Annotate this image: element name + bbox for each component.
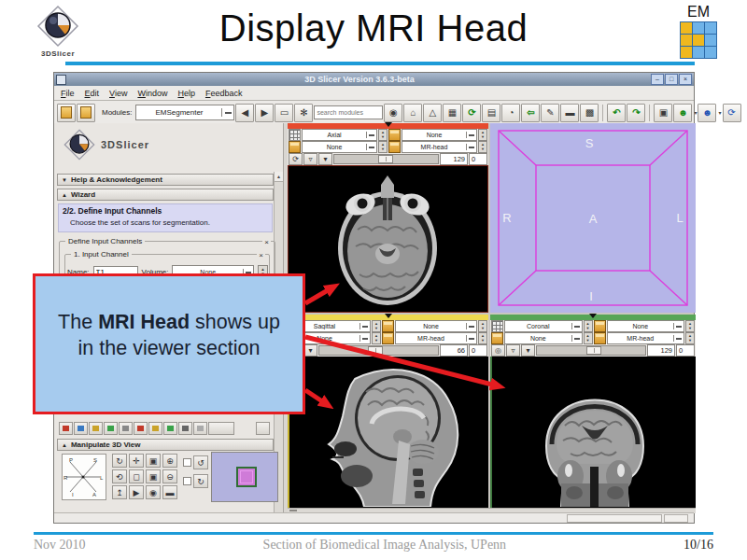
close-button[interactable]: × xyxy=(679,74,692,85)
sagittal-slice-value[interactable]: 66 xyxy=(440,344,468,357)
slice-toolbar-button[interactable] xyxy=(148,422,162,435)
sagittal-slice-slider[interactable] xyxy=(318,345,439,356)
menu-feedback[interactable]: Feedback xyxy=(205,89,243,98)
axial-label-combobox[interactable]: None xyxy=(402,129,477,141)
rotate-view-button[interactable]: ↻ xyxy=(112,454,127,468)
snapshot-view-button[interactable]: ▣ xyxy=(146,469,161,483)
slice-toolbar-button[interactable] xyxy=(74,422,88,435)
menu-help[interactable]: Help xyxy=(177,89,195,98)
background-layer-icon[interactable] xyxy=(388,141,401,153)
spinner-control[interactable]: ▲▼ xyxy=(372,332,381,344)
3d-viewer[interactable]: S R A L I xyxy=(490,123,696,313)
sagittal-mri-image[interactable] xyxy=(288,357,488,509)
fiducial-button[interactable]: ☻ xyxy=(673,104,692,122)
slice-toolbar-button[interactable] xyxy=(104,422,118,435)
slice-toolbar-button[interactable] xyxy=(208,422,234,435)
slice-toolbar-button[interactable] xyxy=(89,422,103,435)
coronal-mri-image[interactable] xyxy=(490,357,696,509)
spin-view-button[interactable]: ⟲ xyxy=(112,469,127,483)
menu-file[interactable]: File xyxy=(61,89,75,98)
spinner-control[interactable]: ▲▼ xyxy=(584,320,593,332)
coronal-offset-value[interactable]: 0 xyxy=(676,344,695,357)
fit-slice-icon[interactable]: ▿ xyxy=(506,344,520,357)
module-back-button[interactable]: ◀ xyxy=(235,104,254,122)
manipulate-3d-section-header[interactable]: ▲ Manipulate 3D View xyxy=(57,439,274,451)
spinner-control[interactable]: ▲▼ xyxy=(378,129,388,141)
modules-combobox[interactable]: EMSegmenter xyxy=(135,105,234,120)
module-forward-button[interactable]: ▶ xyxy=(255,104,274,122)
spinner-control[interactable]: ▲▼ xyxy=(584,332,593,344)
timer-icon[interactable]: ◔ xyxy=(501,104,520,122)
slice-toolbar-button[interactable] xyxy=(178,422,192,435)
home-icon[interactable]: ⌂ xyxy=(403,104,422,122)
search-modules-input[interactable] xyxy=(314,105,383,119)
spinner-control[interactable]: ▲▼ xyxy=(478,320,487,332)
center-view-button[interactable]: ✛ xyxy=(129,454,144,468)
sagittal-offset-value[interactable]: 0 xyxy=(469,344,487,357)
slice-menu-icon[interactable]: ▾ xyxy=(318,153,332,165)
models-icon[interactable]: ▤ xyxy=(482,104,500,122)
measurements-icon[interactable]: △ xyxy=(423,104,442,122)
background-layer-icon[interactable] xyxy=(382,332,394,344)
slice-toolbar-button[interactable] xyxy=(163,422,177,435)
reformat-icon[interactable]: ⟳ xyxy=(289,153,303,165)
3d-view-thumbnail[interactable] xyxy=(211,452,278,502)
foreground-layer-icon[interactable] xyxy=(491,332,503,344)
zoom-out-button[interactable]: ⊖ xyxy=(162,469,177,483)
axial-orientation-combobox[interactable]: Axial xyxy=(302,129,377,141)
orbit-icon[interactable]: ↺ xyxy=(193,455,208,469)
axial-offset-value[interactable]: 0 xyxy=(469,153,487,165)
slice-menu-icon[interactable]: ▾ xyxy=(303,344,317,357)
redo-button[interactable]: ↷ xyxy=(627,104,645,122)
axial-slice-value[interactable]: 129 xyxy=(440,153,468,165)
slice-toolbar-button[interactable] xyxy=(119,422,133,435)
spinner-control[interactable]: ▲▼ xyxy=(478,332,487,344)
wizard-section-header[interactable]: ▲ Wizard xyxy=(57,189,274,201)
chevron-down-icon[interactable]: ▾ xyxy=(718,109,721,116)
undo-button[interactable]: ↶ xyxy=(607,104,626,122)
box-visibility-button[interactable]: ◻ xyxy=(129,469,144,483)
fetch-data-icon[interactable]: ⇦ xyxy=(521,104,540,122)
ruler-toggle-button[interactable]: ▬ xyxy=(162,485,177,499)
play-rock-button[interactable]: ▶ xyxy=(129,485,144,499)
spinner-control[interactable]: ▲▼ xyxy=(378,141,388,153)
sagittal-background-combobox[interactable]: MR-head xyxy=(395,332,477,344)
axial-mri-image[interactable] xyxy=(288,165,488,313)
look-from-button[interactable]: ◉ xyxy=(146,485,161,499)
screenshot-view-button[interactable]: ▣ xyxy=(146,454,161,468)
axial-slice-slider[interactable] xyxy=(333,154,439,164)
ruler-icon[interactable]: ▬ xyxy=(560,104,579,122)
slice-toolbar-button[interactable] xyxy=(193,422,207,435)
spinner-control[interactable]: ▲▼ xyxy=(478,141,487,153)
background-layer-icon[interactable] xyxy=(594,332,606,344)
axial-background-combobox[interactable]: MR-head xyxy=(402,141,477,153)
help-section-header[interactable]: ▼ Help & Acknowledgement xyxy=(57,174,274,186)
label-layer-icon[interactable] xyxy=(594,320,606,332)
load-scene-button[interactable] xyxy=(57,104,76,122)
window-titlebar[interactable]: 3D Slicer Version 3.6.3-beta – □ × xyxy=(54,73,694,86)
label-layer-icon[interactable] xyxy=(382,320,394,332)
axial-foreground-combobox[interactable]: None xyxy=(302,141,377,153)
coronal-background-combobox[interactable]: MR-head xyxy=(607,332,685,344)
spinner-control[interactable]: ▲▼ xyxy=(685,320,695,332)
coronal-label-combobox[interactable]: None xyxy=(607,320,685,332)
coronal-orientation-combobox[interactable]: Coronal xyxy=(504,320,583,332)
screenshot-button[interactable]: ▣ xyxy=(654,104,672,122)
spinner-control[interactable]: ▲▼ xyxy=(685,332,695,344)
slices-link-icon[interactable]: ◎ xyxy=(491,344,505,357)
slice-toolbar-button[interactable] xyxy=(59,422,73,435)
slice-toolbar-button[interactable] xyxy=(134,422,148,435)
refresh-button[interactable]: ⟳ xyxy=(723,104,741,122)
zoom-in-button[interactable]: ⊕ xyxy=(162,454,177,468)
person-button[interactable]: ☻ xyxy=(698,104,716,122)
close-icon[interactable]: × xyxy=(257,251,265,259)
coronal-slice-value[interactable]: 129 xyxy=(647,344,675,357)
rock-checkbox[interactable] xyxy=(183,477,191,485)
rock-icon[interactable]: ↻ xyxy=(193,474,208,488)
maximize-button[interactable]: □ xyxy=(665,74,678,85)
settings-gear-icon[interactable]: ✻ xyxy=(294,104,313,122)
label-layer-icon[interactable] xyxy=(388,129,401,141)
orientation-compass[interactable]: P S R L I A xyxy=(62,454,106,500)
tables-icon[interactable]: ▩ xyxy=(580,104,599,122)
pitch-view-button[interactable]: ↥ xyxy=(112,485,127,499)
